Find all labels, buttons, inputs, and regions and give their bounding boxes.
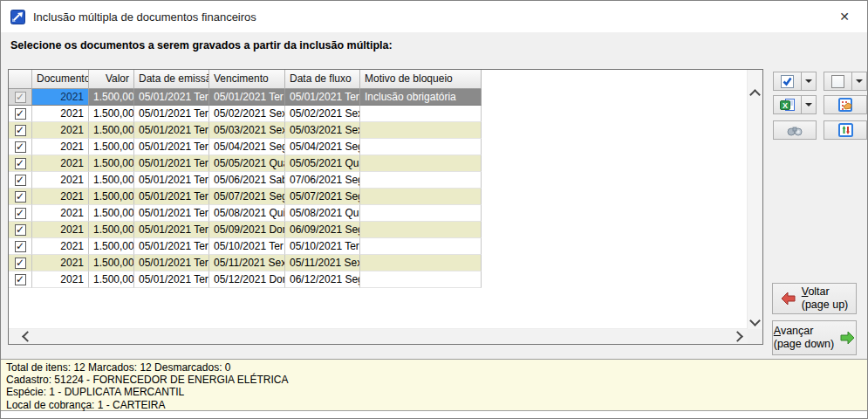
table-cell[interactable]: 05/01/2021 Ter <box>134 189 209 205</box>
table-cell[interactable] <box>360 139 482 155</box>
table-cell[interactable] <box>360 238 482 255</box>
table-cell[interactable]: 05/01/2021 Ter <box>134 222 209 238</box>
table-cell[interactable]: 05/01/2021 Ter <box>134 89 209 106</box>
scroll-up-icon[interactable] <box>749 89 761 100</box>
table-cell[interactable]: 06/09/2021 Seg <box>285 222 360 238</box>
table-cell[interactable]: 2021 <box>32 122 89 139</box>
table-row[interactable]: ✓20211.500,0005/01/2021 Ter05/10/2021 Te… <box>9 238 482 255</box>
table-cell[interactable]: 05/04/2021 Seg <box>285 139 360 155</box>
table-cell[interactable]: 2021 <box>32 238 89 255</box>
scroll-down-icon[interactable] <box>749 315 761 326</box>
table-row[interactable]: ✓20211.500,0005/01/2021 Ter05/03/2021 Se… <box>9 122 482 139</box>
table-cell[interactable]: 1.500,00 <box>89 205 134 222</box>
table-cell[interactable]: 2021 <box>32 205 89 222</box>
checkbox-checked-icon[interactable]: ✓ <box>15 108 26 120</box>
table-cell[interactable]: 1.500,00 <box>89 271 134 288</box>
column-header[interactable]: Data de fluxo <box>285 70 360 89</box>
table-row[interactable]: ✓20211.500,0005/01/2021 Ter05/12/2021 Do… <box>9 271 482 288</box>
table-cell[interactable]: 1.500,00 <box>89 222 134 238</box>
table-cell[interactable]: 05/01/2021 Ter <box>134 122 209 139</box>
column-header[interactable]: Vencimento <box>209 70 285 89</box>
excel-export-dropdown[interactable] <box>801 95 817 114</box>
table-cell[interactable] <box>360 172 482 189</box>
table-cell[interactable]: 1.500,00 <box>89 189 134 205</box>
mark-all-dropdown[interactable] <box>801 72 817 91</box>
table-cell[interactable]: Inclusão obrigatória <box>360 89 482 106</box>
table-cell[interactable]: 1.500,00 <box>89 106 134 122</box>
table-cell[interactable]: 05/01/2021 Ter <box>134 172 209 189</box>
table-cell[interactable]: 05/10/2021 Ter <box>285 238 360 255</box>
table-cell[interactable]: 05/01/2021 Ter <box>134 238 209 255</box>
table-row[interactable]: ✓20211.500,0005/01/2021 Ter05/08/2021 Qu… <box>9 205 482 222</box>
table-cell[interactable]: 2021 <box>32 172 89 189</box>
table-cell[interactable]: 05/05/2021 Qua <box>285 155 360 172</box>
table-row[interactable]: ✓20211.500,0005/01/2021 Ter05/05/2021 Qu… <box>9 155 482 172</box>
row-checkbox-cell[interactable]: ✓ <box>9 222 32 238</box>
row-checkbox-cell[interactable]: ✓ <box>9 238 32 255</box>
table-cell[interactable]: 05/05/2021 Qua <box>209 155 285 172</box>
sort-button[interactable] <box>824 120 867 140</box>
scroll-left-icon[interactable] <box>22 331 33 342</box>
table-cell[interactable]: 1.500,00 <box>89 238 134 255</box>
table-cell[interactable]: 2021 <box>32 139 89 155</box>
table-cell[interactable]: 05/01/2021 Ter <box>134 139 209 155</box>
grid-select-button[interactable] <box>824 95 867 114</box>
table-row[interactable]: ✓20211.500,0005/01/2021 Ter05/07/2021 Se… <box>9 189 482 205</box>
table-cell[interactable]: 05/07/2021 Seg <box>209 189 285 205</box>
table-cell[interactable] <box>360 271 482 288</box>
table-cell[interactable]: 05/11/2021 Sex <box>209 255 285 271</box>
table-cell[interactable] <box>360 106 482 122</box>
excel-export-button[interactable]: X <box>773 95 802 114</box>
row-checkbox-cell[interactable]: ✓ <box>9 255 32 271</box>
row-checkbox-cell[interactable]: ✓ <box>9 271 32 288</box>
table-cell[interactable]: 2021 <box>32 155 89 172</box>
table-cell[interactable]: 1.500,00 <box>89 155 134 172</box>
table-cell[interactable]: 05/12/2021 Dom <box>209 271 285 288</box>
table-cell[interactable]: 2021 <box>32 271 89 288</box>
search-button[interactable] <box>773 120 817 140</box>
table-cell[interactable]: 05/01/2021 Ter <box>285 89 360 106</box>
table-cell[interactable]: 05/08/2021 Qui <box>209 205 285 222</box>
table-cell[interactable]: 05/03/2021 Sex <box>285 122 360 139</box>
scroll-right-icon[interactable] <box>732 331 743 342</box>
column-header[interactable]: Motivo de bloqueio <box>360 70 482 89</box>
table-cell[interactable]: 1.500,00 <box>89 255 134 271</box>
table-cell[interactable]: 05/01/2021 Ter <box>134 155 209 172</box>
table-row[interactable]: ✓20211.500,0005/01/2021 Ter05/01/2021 Te… <box>9 89 482 106</box>
table-row[interactable]: ✓20211.500,0005/01/2021 Ter05/06/2021 Sa… <box>9 172 482 189</box>
table-cell[interactable] <box>360 222 482 238</box>
row-checkbox-cell[interactable]: ✓ <box>9 155 32 172</box>
checkbox-checked-icon[interactable]: ✓ <box>15 175 26 186</box>
avancar-button[interactable]: Avançar (page down) <box>772 320 857 355</box>
table-cell[interactable] <box>360 205 482 222</box>
checkbox-checked-icon[interactable]: ✓ <box>15 141 26 153</box>
table-cell[interactable]: 2021 <box>32 89 89 106</box>
table-cell[interactable]: 05/11/2021 Sex <box>285 255 360 271</box>
checkbox-checked-icon[interactable]: ✓ <box>15 191 26 203</box>
checkbox-checked-icon[interactable]: ✓ <box>15 258 26 269</box>
table-cell[interactable]: 06/12/2021 Seg <box>285 271 360 288</box>
table-cell[interactable]: 1.500,00 <box>89 139 134 155</box>
table-cell[interactable]: 05/02/2021 Sex <box>285 106 360 122</box>
checkbox-checked-icon[interactable]: ✓ <box>15 274 26 285</box>
checkbox-checked-icon[interactable]: ✓ <box>15 92 26 103</box>
table-cell[interactable]: 05/01/2021 Ter <box>134 255 209 271</box>
table-cell[interactable] <box>360 122 482 139</box>
mark-all-button[interactable] <box>773 72 802 91</box>
unmark-all-dropdown[interactable] <box>851 72 867 91</box>
table-cell[interactable] <box>360 155 482 172</box>
table-cell[interactable] <box>360 189 482 205</box>
checkbox-checked-icon[interactable]: ✓ <box>15 125 26 136</box>
column-header[interactable] <box>9 70 32 89</box>
table-row[interactable]: ✓20211.500,0005/01/2021 Ter05/04/2021 Se… <box>9 139 482 155</box>
table-cell[interactable]: 05/03/2021 Sex <box>209 122 285 139</box>
table-cell[interactable]: 05/01/2021 Ter <box>134 271 209 288</box>
table-cell[interactable]: 1.500,00 <box>89 89 134 106</box>
row-checkbox-cell[interactable]: ✓ <box>9 122 32 139</box>
row-checkbox-cell[interactable]: ✓ <box>9 89 32 106</box>
column-header[interactable]: Data de emissão <box>134 70 209 89</box>
column-header[interactable]: Valor <box>89 70 134 89</box>
checkbox-checked-icon[interactable]: ✓ <box>15 158 26 169</box>
table-row[interactable]: ✓20211.500,0005/01/2021 Ter05/11/2021 Se… <box>9 255 482 271</box>
close-icon[interactable]: ✕ <box>829 3 860 31</box>
